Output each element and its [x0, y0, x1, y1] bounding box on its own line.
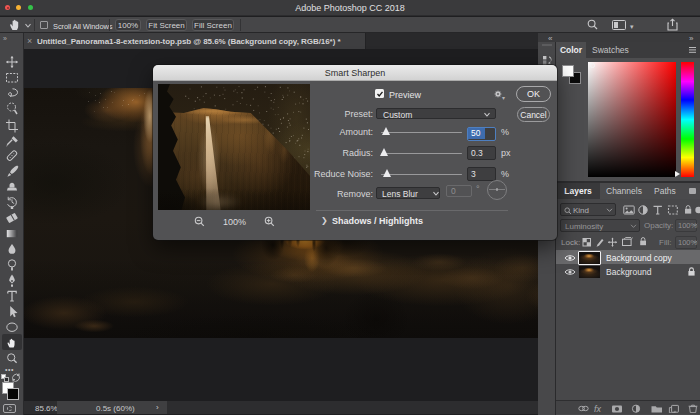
- svg-text:fx: fx: [594, 404, 602, 413]
